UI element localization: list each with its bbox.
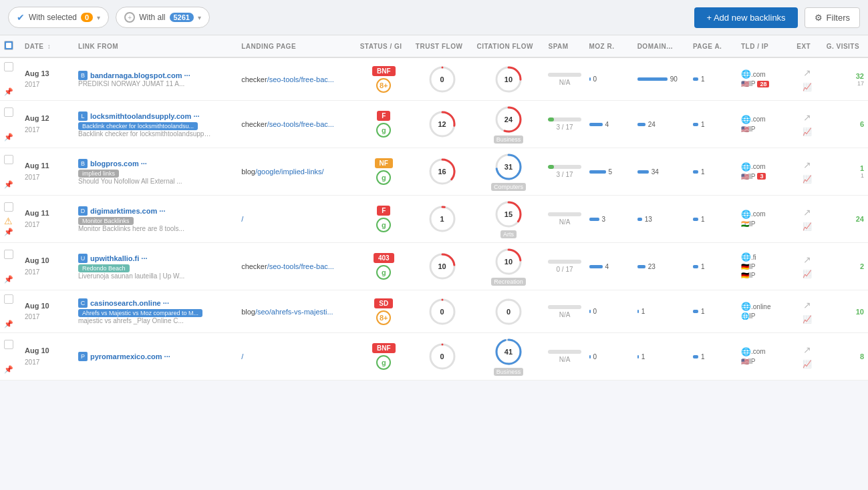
date-cell: Aug 13 2017 bbox=[21, 57, 74, 101]
ip-count-badge: 28 bbox=[757, 81, 769, 87]
external-link-icon[interactable]: ↗ bbox=[803, 254, 811, 265]
pin-icon: 📌 bbox=[4, 365, 13, 373]
chart-icon: 📈 bbox=[803, 175, 812, 183]
citation-flow-cell: 10 Recreation bbox=[472, 243, 544, 290]
landing-path[interactable]: / bbox=[241, 352, 243, 360]
citation-flow-value: 0 bbox=[507, 308, 511, 316]
link-domain[interactable]: bandarnaga.blogspot.com ··· bbox=[90, 71, 190, 79]
link-anchor: PREDIKSI NORWAY JUMAT 11 A... bbox=[78, 80, 212, 87]
row-checkbox-cell: 📌 bbox=[0, 290, 21, 333]
landing-path[interactable]: /google/implied-links/ bbox=[255, 168, 324, 176]
landing-page-cell: blog/google/implied-links/ bbox=[237, 148, 356, 196]
flag-icon: 🇺🇸 bbox=[741, 80, 749, 87]
row-checkbox-cell: 📌 bbox=[0, 243, 21, 290]
link-domain[interactable]: pyromarmexico.com ··· bbox=[90, 352, 170, 360]
landing-path[interactable]: /seo-tools/free-bac... bbox=[267, 120, 334, 128]
toolbar: ✔ With selected 0 ▾ + With all 5261 ▾ + … bbox=[0, 0, 868, 35]
col-header-spam: SPAM bbox=[544, 35, 585, 57]
page-authority-cell: 1 bbox=[689, 101, 737, 148]
link-tag: implied links bbox=[78, 170, 119, 178]
spam-value: N/A bbox=[548, 311, 581, 318]
pin-icon: 📌 bbox=[4, 180, 13, 188]
external-link-icon[interactable]: ↗ bbox=[803, 67, 811, 78]
chevron-down-icon: ▾ bbox=[97, 14, 100, 21]
citation-flow-cell: 41 Business bbox=[472, 333, 544, 381]
filters-button[interactable]: ⚙ Filters bbox=[805, 7, 860, 28]
row-checkbox-cell: 📌 bbox=[0, 57, 21, 101]
link-domain[interactable]: upwithkallio.fi ··· bbox=[90, 254, 148, 262]
row-checkbox-cell: 📌 bbox=[0, 101, 21, 148]
row-checkbox[interactable] bbox=[4, 155, 13, 164]
select-all-checkbox[interactable] bbox=[4, 41, 13, 50]
landing-page-cell: checker/seo-tools/free-bac... bbox=[237, 57, 356, 101]
visits-value: 2 bbox=[827, 262, 864, 270]
ext-cell: ↗ 📈 bbox=[792, 290, 822, 333]
add-backlinks-button[interactable]: + Add new backlinks bbox=[694, 7, 797, 28]
with-all-button[interactable]: + With all 5261 ▾ bbox=[116, 7, 210, 28]
landing-path[interactable]: / bbox=[241, 215, 243, 223]
ext-cell: ↗ 📈 bbox=[792, 333, 822, 381]
landing-page-cell: / bbox=[237, 333, 356, 381]
tld-ip-cell: 🌐 .online 🌐 IP bbox=[737, 290, 792, 333]
external-link-icon[interactable]: ↗ bbox=[803, 112, 811, 123]
link-domain[interactable]: blogpros.com ··· bbox=[90, 160, 147, 168]
landing-path[interactable]: /seo-tools/free-bac... bbox=[267, 262, 334, 270]
row-checkbox[interactable] bbox=[4, 202, 13, 212]
google-index-icon: 8+ bbox=[376, 310, 391, 325]
landing-prefix: checker bbox=[241, 262, 267, 270]
tld-ip-cell: 🌐 .com 🇺🇸 IP bbox=[737, 333, 792, 381]
chevron-down-icon: ▾ bbox=[198, 14, 201, 21]
row-checkbox[interactable] bbox=[4, 250, 13, 259]
row-checkbox[interactable] bbox=[4, 107, 13, 117]
site-favicon: B bbox=[78, 71, 88, 80]
link-domain[interactable]: locksmithtoolandsupply.com ··· bbox=[90, 112, 200, 120]
spam-cell: N/A bbox=[544, 196, 585, 243]
row-checkbox[interactable] bbox=[4, 62, 13, 71]
row-checkbox[interactable] bbox=[4, 340, 13, 349]
date-cell: Aug 11 2017 bbox=[21, 196, 74, 243]
ip-label: IP bbox=[749, 80, 755, 87]
link-anchor: majestic vs ahrefs _Play Online C... bbox=[78, 317, 212, 324]
link-domain[interactable]: digimarktimes.com ··· bbox=[90, 207, 165, 215]
chart-icon: 📈 bbox=[803, 315, 812, 323]
trust-flow-cell: 0 bbox=[412, 333, 473, 381]
spam-value: N/A bbox=[548, 79, 581, 86]
link-domain[interactable]: casinosearch.online ··· bbox=[90, 299, 169, 307]
page-authority-cell: 1 bbox=[689, 243, 737, 290]
col-header-date[interactable]: DATE ↕ bbox=[21, 35, 74, 57]
citation-flow-value: 10 bbox=[504, 258, 513, 266]
g-visits-cell: 2 bbox=[823, 243, 868, 290]
external-link-icon[interactable]: ↗ bbox=[803, 160, 811, 170]
google-index-icon: g bbox=[376, 355, 391, 370]
link-anchor: Liverunoja saunan lauteilla | Up W... bbox=[78, 272, 212, 280]
row-checkbox-cell: 📌 bbox=[0, 333, 21, 381]
visits-value: 32 bbox=[827, 72, 864, 80]
external-link-icon[interactable]: ↗ bbox=[803, 344, 811, 355]
citation-flow-value: 24 bbox=[504, 115, 513, 124]
external-link-icon[interactable]: ↗ bbox=[803, 300, 811, 310]
globe-icon: 🌐 bbox=[741, 302, 751, 311]
tld-value: .com bbox=[751, 210, 766, 218]
citation-flow-cell: 24 Business bbox=[472, 101, 544, 148]
flag-icon: 🇺🇸 bbox=[741, 126, 749, 133]
google-index-icon: g bbox=[376, 123, 391, 138]
landing-path[interactable]: /seo-tools/free-bac... bbox=[267, 75, 334, 83]
table-row: 📌 Aug 12 2017 L locksmithtoolandsupply.c… bbox=[0, 101, 868, 148]
chart-icon: 📈 bbox=[803, 83, 812, 91]
row-checkbox[interactable] bbox=[4, 294, 13, 304]
tld-value: .com bbox=[751, 348, 766, 355]
tld-value: .fi bbox=[751, 254, 756, 261]
ip-label: IP bbox=[749, 358, 755, 365]
citation-flow-value: 10 bbox=[504, 75, 513, 83]
trust-flow-cell: 1 bbox=[412, 196, 473, 243]
landing-path[interactable]: /seo/ahrefs-vs-majesti... bbox=[255, 308, 333, 316]
status-badge: SD bbox=[374, 298, 393, 308]
with-selected-button[interactable]: ✔ With selected 0 ▾ bbox=[8, 7, 109, 28]
visits-value: 10 bbox=[827, 308, 864, 316]
tld-ip-cell: 🌐 .com 🇺🇸 IP bbox=[737, 101, 792, 148]
external-link-icon[interactable]: ↗ bbox=[803, 207, 811, 218]
site-favicon: U bbox=[78, 254, 88, 263]
status-cell: SD 8+ bbox=[356, 290, 412, 333]
landing-page-cell: checker/seo-tools/free-bac... bbox=[237, 243, 356, 290]
col-header-trust: TRUST FLOW bbox=[412, 35, 473, 57]
